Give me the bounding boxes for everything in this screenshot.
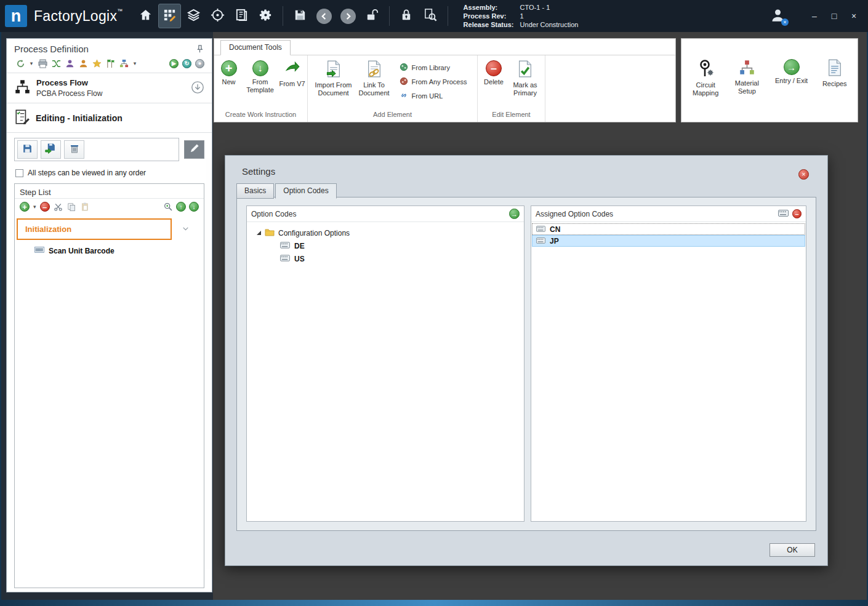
titlebar-separator (389, 6, 390, 26)
process-flow-row[interactable]: Process Flow PCBA Process Flow (7, 73, 212, 103)
group-label-create: Create Work Instruction (215, 111, 306, 122)
go-icon[interactable]: ▶ (169, 59, 179, 68)
tracking-button[interactable] (206, 4, 229, 28)
order-checkbox-label: All steps can be viewed in any order (28, 169, 146, 177)
home-button[interactable] (134, 4, 157, 28)
paste-step-button[interactable] (81, 202, 90, 212)
from-any-process-link[interactable]: From Any Process (400, 77, 467, 87)
ribbon-main: Document Tools + New ↓ From Template (214, 38, 676, 122)
assigned-option-codes-panel: Assigned Option Codes – CN JP (531, 205, 806, 522)
unlock-icon (365, 8, 379, 24)
import-from-document-button[interactable]: Import From Document (313, 58, 354, 111)
tree-expanded-icon[interactable] (257, 231, 261, 235)
link-to-document-button[interactable]: Link To Document (356, 58, 393, 111)
delete-element-button[interactable]: – Delete (481, 58, 507, 111)
save-step-button[interactable] (17, 140, 38, 159)
user-role-icon[interactable] (65, 58, 74, 68)
ribbon-tab-strip: Document Tools (214, 39, 675, 55)
editing-icon (14, 109, 30, 127)
unlock-button[interactable] (361, 4, 384, 28)
hierarchy-dropdown-icon[interactable]: ▾ (132, 58, 137, 68)
ribbon-filler (545, 55, 675, 122)
new-button[interactable]: + New (216, 58, 242, 111)
recipes-button[interactable]: Recipes (819, 57, 851, 88)
ribbon-group-add: Import From Document Link To Document Fr… (308, 55, 478, 122)
tab-document-tools[interactable]: Document Tools (220, 40, 291, 55)
process-definition-button[interactable] (158, 4, 181, 28)
add-step-button[interactable]: + (20, 202, 30, 212)
assigned-item-jp[interactable]: JP (532, 235, 805, 247)
assigned-item-cn[interactable]: CN (532, 223, 805, 235)
from-v7-button[interactable]: From V7 (279, 58, 306, 111)
add-element-links: From Library From Any Process From URL (395, 58, 472, 111)
step-expand-chevron-icon[interactable] (182, 225, 190, 234)
tab-option-codes[interactable]: Option Codes (275, 183, 336, 199)
order-checkbox-row: All steps can be viewed in any order (7, 165, 212, 183)
step-actions (7, 133, 212, 165)
from-url-link[interactable]: From URL (400, 91, 467, 101)
refresh-icon[interactable] (15, 58, 25, 68)
copy-step-button[interactable] (67, 202, 77, 212)
remove-step-button[interactable]: – (40, 202, 50, 212)
pause-icon[interactable]: ● (195, 59, 204, 68)
routing-icon[interactable] (51, 58, 61, 68)
save-as-step-button[interactable] (41, 140, 61, 159)
sync-icon[interactable]: ↻ (182, 59, 191, 68)
lock-button[interactable] (395, 4, 418, 28)
collapse-circle-icon[interactable] (191, 81, 204, 96)
trash-icon (69, 143, 80, 156)
assign-option-code-button[interactable]: → (509, 209, 520, 219)
add-step-dropdown-icon[interactable]: ▾ (33, 204, 36, 210)
tree-node-de[interactable]: DE (249, 239, 521, 252)
logout-user-button[interactable]: × (765, 3, 790, 29)
library-icon (400, 63, 408, 73)
hierarchy-icon[interactable] (119, 58, 129, 68)
discard-step-button[interactable] (64, 140, 84, 159)
print-icon[interactable] (38, 58, 47, 68)
dialog-close-button[interactable]: × (798, 169, 809, 180)
settings-button[interactable] (254, 4, 277, 28)
user-alert-icon[interactable] (78, 58, 88, 68)
tree-node-us[interactable]: US (249, 252, 521, 265)
from-library-link[interactable]: From Library (400, 63, 467, 73)
maximize-button[interactable]: □ (825, 8, 843, 24)
from-template-button[interactable]: ↓ From Template (244, 58, 277, 111)
order-checkbox[interactable] (15, 169, 23, 177)
save-button[interactable] (289, 4, 311, 28)
step-item-initialization[interactable]: Initialization (17, 218, 172, 240)
keyboard-icon (778, 210, 789, 218)
process-flow-title: Process Flow (36, 78, 191, 87)
move-step-up-button[interactable]: ↑ (176, 202, 186, 212)
tab-basics[interactable]: Basics (236, 183, 274, 199)
close-button[interactable]: × (845, 8, 863, 24)
ok-button[interactable]: OK (770, 543, 815, 557)
download-circle-icon: ↓ (252, 60, 268, 76)
award-icon[interactable] (92, 58, 102, 68)
primary-check-icon (518, 60, 532, 79)
edit-content-button[interactable] (184, 140, 204, 159)
trademark: ™ (117, 8, 123, 14)
audit-search-button[interactable] (419, 4, 442, 28)
flags-icon[interactable] (105, 58, 115, 68)
production-button[interactable] (182, 4, 205, 28)
entry-exit-button[interactable]: → Entry / Exit (771, 57, 812, 85)
tree-node-configuration-options[interactable]: Configuration Options (249, 226, 521, 239)
app-name: FactoryLogix™ (34, 8, 123, 25)
remove-assigned-code-button[interactable]: – (792, 209, 802, 218)
minimize-button[interactable]: – (805, 8, 824, 24)
material-setup-button[interactable]: Material Setup (729, 57, 764, 95)
step-item-scan-unit-barcode[interactable]: Scan Unit Barcode (15, 240, 204, 256)
dropdown-chevron-icon[interactable]: ▾ (29, 58, 34, 68)
mark-as-primary-button[interactable]: Mark as Primary (508, 58, 542, 111)
documents-button[interactable] (230, 4, 253, 28)
gear-icon (259, 8, 273, 24)
pencil-icon (189, 143, 199, 156)
move-step-down-button[interactable]: ↓ (189, 202, 199, 212)
back-button[interactable] (313, 4, 336, 28)
group-label-add: Add Element (309, 111, 476, 122)
circuit-mapping-button[interactable]: Circuit Mapping (688, 57, 723, 97)
cut-step-button[interactable] (54, 202, 63, 212)
forward-button[interactable] (337, 4, 360, 28)
find-step-button[interactable] (163, 202, 173, 212)
pin-icon[interactable] (195, 44, 204, 54)
